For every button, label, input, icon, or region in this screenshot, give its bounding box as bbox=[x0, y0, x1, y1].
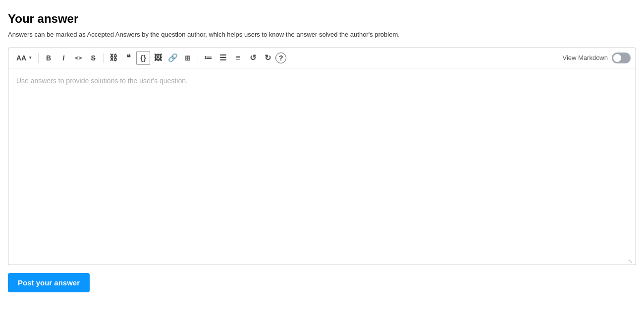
strikethrough-icon: S bbox=[91, 54, 95, 62]
editor-placeholder: Use answers to provide solutions to the … bbox=[16, 77, 188, 85]
font-size-label: AA bbox=[16, 54, 26, 62]
link-icon: ⛓ bbox=[109, 54, 117, 62]
bold-icon: B bbox=[46, 54, 51, 62]
toolbar-separator-2 bbox=[103, 53, 104, 63]
redo-icon: ↻ bbox=[265, 53, 271, 62]
blockquote-icon: ❝ bbox=[126, 53, 131, 62]
view-markdown-label: View Markdown bbox=[562, 54, 608, 61]
toolbar: AA ▼ B I <> S ⛓ ❝ {} bbox=[8, 48, 636, 68]
unordered-list-icon: ☰ bbox=[219, 53, 226, 62]
table-button[interactable]: ⊞ bbox=[181, 51, 195, 65]
strikethrough-button[interactable]: S bbox=[86, 51, 100, 65]
code-block-icon: {} bbox=[140, 54, 146, 62]
unordered-list-button[interactable]: ☰ bbox=[216, 51, 230, 65]
undo-icon: ↺ bbox=[250, 53, 256, 62]
ordered-list-button[interactable]: ≔ bbox=[201, 51, 215, 65]
image-button[interactable]: 🖼 bbox=[151, 51, 165, 65]
chevron-down-icon: ▼ bbox=[28, 55, 32, 60]
view-markdown-toggle[interactable] bbox=[612, 53, 631, 63]
hyperlink-icon: 🔗 bbox=[168, 53, 178, 62]
help-button[interactable]: ? bbox=[275, 53, 286, 63]
redo-button[interactable]: ↻ bbox=[261, 51, 274, 65]
table-icon: ⊞ bbox=[185, 54, 191, 62]
toolbar-right: View Markdown bbox=[562, 53, 631, 63]
editor-resize-area: ⤡ bbox=[8, 257, 636, 265]
editor-container: AA ▼ B I <> S ⛓ ❝ {} bbox=[8, 48, 636, 265]
toolbar-separator-3 bbox=[198, 53, 198, 63]
post-answer-button[interactable]: Post your answer bbox=[8, 273, 90, 293]
help-icon: ? bbox=[279, 54, 283, 62]
editor-body[interactable]: Use answers to provide solutions to the … bbox=[8, 68, 636, 257]
italic-icon: I bbox=[62, 54, 64, 62]
indent-icon: ≡ bbox=[235, 54, 240, 62]
blockquote-button[interactable]: ❝ bbox=[121, 51, 135, 65]
italic-button[interactable]: I bbox=[56, 51, 70, 65]
page-title: Your answer bbox=[8, 12, 636, 26]
undo-button[interactable]: ↺ bbox=[246, 51, 260, 65]
toolbar-separator-1 bbox=[38, 53, 39, 63]
code-inline-icon: <> bbox=[75, 55, 82, 61]
image-icon: 🖼 bbox=[154, 54, 162, 62]
code-block-button[interactable]: {} bbox=[136, 51, 150, 65]
font-size-button[interactable]: AA ▼ bbox=[13, 51, 35, 65]
code-inline-button[interactable]: <> bbox=[71, 51, 85, 65]
subtitle-text: Answers can be marked as Accepted Answer… bbox=[8, 30, 636, 40]
toggle-slider bbox=[612, 53, 631, 63]
bold-button[interactable]: B bbox=[42, 51, 55, 65]
resize-handle-icon: ⤡ bbox=[628, 258, 634, 264]
indent-button[interactable]: ≡ bbox=[231, 51, 245, 65]
link-button[interactable]: ⛓ bbox=[107, 51, 120, 65]
hyperlink-button[interactable]: 🔗 bbox=[166, 51, 180, 65]
ordered-list-icon: ≔ bbox=[204, 53, 212, 62]
